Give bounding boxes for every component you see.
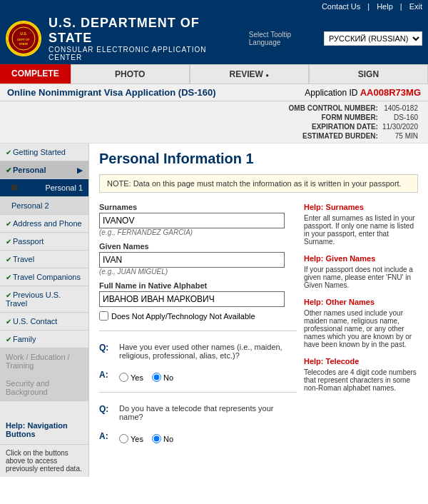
q1-row: Q: Have you ever used other names (i.e.,… (99, 343, 297, 360)
a2-row: A: Yes No (99, 431, 297, 443)
help-link[interactable]: Help (377, 2, 393, 11)
sidebar-item-personal-1[interactable]: Personal 1 (0, 179, 88, 197)
check-icon-4: ✔ (6, 238, 11, 246)
help-panel: Help: Surnames Enter all surnames as lis… (297, 203, 418, 453)
q1-text: Have you ever used other names (i.e., ma… (119, 343, 297, 360)
separator-2: | (400, 2, 402, 11)
help-surnames-title: Help: Surnames (304, 203, 418, 211)
a1-label: A: (99, 370, 112, 382)
sidebar: ✔Getting Started ✔Personal ▶ Personal 1 … (0, 143, 89, 477)
main-layout: ✔Getting Started ✔Personal ▶ Personal 1 … (0, 143, 428, 477)
q1-no-label[interactable]: No (152, 373, 173, 382)
tab-photo[interactable]: PHOTO (71, 64, 190, 84)
omb-expiry-label: EXPIRATION DATE: (287, 123, 379, 131)
native-name-label: Full Name in Native Alphabet (99, 281, 297, 290)
help-other-names-title: Help: Other Names (304, 298, 418, 306)
bullet-icon (11, 185, 17, 191)
app-id-bar: Online Nonimmigrant Visa Application (DS… (0, 84, 428, 101)
contact-us-link[interactable]: Contact Us (322, 2, 360, 11)
not-apply-checkbox[interactable] (99, 311, 108, 321)
not-apply-label: Does Not Apply/Technology Not Available (111, 312, 255, 321)
language-select[interactable]: РУССКИЙ (RUSSIAN) (324, 31, 422, 46)
given-names-hint: (e.g., JUAN MIGUEL) (99, 268, 297, 276)
review-dot: ● (265, 72, 269, 79)
svg-text:U.S.: U.S. (20, 31, 27, 36)
a1-row: A: Yes No (99, 370, 297, 382)
sidebar-nav-help-title: Help: Navigation Buttons (0, 415, 88, 445)
sidebar-nav-help-text: Click on the buttons above to access pre… (0, 445, 88, 477)
help-telecode-text: Telecodes are 4 digit code numbers that … (304, 368, 418, 392)
exit-link[interactable]: Exit (409, 2, 422, 11)
omb-burden-label: ESTIMATED BURDEN: (287, 132, 379, 140)
separator-1: | (367, 2, 370, 11)
header: U.S. DEPT OF STATE U.S. DEPARTMENT OF ST… (0, 13, 428, 64)
tab-review[interactable]: REVIEW ● (190, 64, 309, 84)
q1-yes-label[interactable]: Yes (119, 373, 143, 382)
q2-yes-label[interactable]: Yes (119, 434, 143, 443)
top-bar: Contact Us | Help | Exit (0, 0, 428, 13)
page-title: Personal Information 1 (99, 151, 418, 167)
tab-sign[interactable]: SIGN (309, 64, 428, 84)
arrow-icon: ▶ (77, 166, 83, 174)
q2-yes-radio[interactable] (119, 434, 128, 443)
sidebar-item-travel-companions[interactable]: ✔Travel Companions (0, 268, 88, 286)
surnames-hint: (e.g., FERNANDEZ GARCIA) (99, 228, 297, 236)
surnames-input[interactable] (99, 213, 285, 228)
sidebar-item-previous-us-travel[interactable]: ✔Previous U.S. Travel (0, 286, 88, 313)
q2-no-label[interactable]: No (152, 434, 173, 443)
sidebar-item-address-phone[interactable]: ✔Address and Phone (0, 215, 88, 233)
not-apply-row: Does Not Apply/Technology Not Available (99, 311, 297, 321)
nav-tabs-right: PHOTO REVIEW ● SIGN (71, 64, 428, 84)
check-icon-9: ✔ (6, 336, 11, 343)
nav-tabs: COMPLETE PHOTO REVIEW ● SIGN (0, 64, 428, 84)
language-selector: Select Tooltip Language РУССКИЙ (RUSSIAN… (249, 31, 422, 46)
tab-complete[interactable]: COMPLETE (0, 64, 71, 84)
omb-control-value: 1405-0182 (381, 104, 419, 112)
check-icon: ✔ (6, 148, 11, 156)
sidebar-item-family[interactable]: ✔Family (0, 331, 88, 348)
form-divider (99, 331, 297, 331)
omb-form-label: FORM NUMBER: (287, 114, 379, 121)
omb-expiry-value: 11/30/2020 (381, 123, 419, 131)
q2-radio-group: Yes No (119, 434, 173, 443)
app-id-value: AA008R73MG (360, 87, 421, 98)
check-icon-7: ✔ (6, 291, 11, 299)
native-name-input[interactable] (99, 291, 285, 307)
sidebar-item-getting-started[interactable]: ✔Getting Started (0, 143, 88, 161)
qa2-section: Q: Do you have a telecode that represent… (99, 404, 297, 443)
q2-text: Do you have a telecode that represents y… (119, 404, 297, 421)
sidebar-item-us-contact[interactable]: ✔U.S. Contact (0, 313, 88, 331)
a2-label: A: (99, 431, 112, 443)
check-icon-5: ✔ (6, 256, 11, 263)
check-icon-8: ✔ (6, 318, 11, 326)
given-names-input[interactable] (99, 252, 285, 268)
help-other-names-text: Other names used include your maiden nam… (304, 309, 418, 348)
surnames-group: Surnames (e.g., FERNANDEZ GARCIA) (99, 203, 297, 236)
department-name: U.S. DEPARTMENT OF STATE (49, 16, 242, 46)
sidebar-item-personal-2[interactable]: Personal 2 (0, 197, 88, 215)
help-given-names-title: Help: Given Names (304, 254, 418, 263)
q1-yes-radio[interactable] (119, 373, 128, 382)
content-with-help: Surnames (e.g., FERNANDEZ GARCIA) Given … (99, 203, 418, 453)
q1-no-radio[interactable] (152, 373, 161, 382)
sidebar-item-travel[interactable]: ✔Travel (0, 251, 88, 268)
help-given-names-text: If your passport does not include a give… (304, 266, 418, 289)
check-icon-2: ✔ (6, 166, 11, 174)
check-icon-6: ✔ (6, 273, 11, 281)
omb-table: OMB CONTROL NUMBER: 1405-0182 FORM NUMBE… (286, 103, 421, 141)
q2-row: Q: Do you have a telecode that represent… (99, 404, 297, 421)
check-icon-3: ✔ (6, 220, 11, 228)
sidebar-item-security: Security and Background (0, 375, 88, 401)
q1-label: Q: (99, 343, 112, 360)
department-sub: CONSULAR ELECTRONIC APPLICATION CENTER (49, 46, 242, 61)
q2-no-radio[interactable] (152, 434, 161, 443)
app-id-section: Application ID AA008R73MG (305, 87, 421, 98)
help-surnames-text: Enter all surnames as listed in your pas… (304, 214, 418, 246)
content-area: Personal Information 1 NOTE: Data on thi… (89, 143, 428, 477)
header-title: U.S. DEPARTMENT OF STATE CONSULAR ELECTR… (49, 16, 242, 61)
qa-section: Q: Have you ever used other names (i.e.,… (99, 343, 297, 382)
omb-form-value: DS-160 (381, 114, 419, 121)
sidebar-item-passport[interactable]: ✔Passport (0, 233, 88, 251)
app-id-label: Application ID (305, 88, 357, 98)
sidebar-item-personal[interactable]: ✔Personal ▶ (0, 161, 88, 179)
